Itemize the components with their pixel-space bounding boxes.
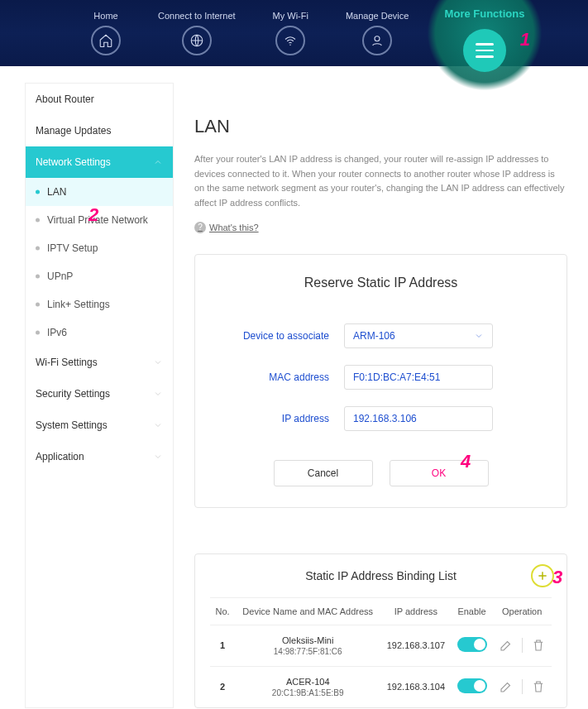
sidebar: About Router Manage Updates Network Sett… — [25, 83, 174, 708]
chevron-down-icon — [153, 357, 163, 367]
col-ip: IP address — [380, 597, 451, 625]
mac-label: MAC address — [220, 371, 344, 383]
cell-operation — [492, 666, 552, 707]
cell-ip: 192.168.3.107 — [380, 625, 451, 666]
whats-this-link[interactable]: ? What's this? — [194, 222, 259, 233]
sidebar-network-settings[interactable]: Network Settings — [26, 146, 173, 178]
col-no: No. — [210, 597, 235, 625]
annotation-4: 4 — [461, 451, 471, 472]
cancel-button[interactable]: Cancel — [274, 460, 373, 486]
sidebar-manage-updates[interactable]: Manage Updates — [26, 115, 173, 146]
cell-operation — [492, 625, 552, 666]
cell-enable — [452, 625, 493, 666]
sidebar-wifi-settings[interactable]: Wi-Fi Settings — [26, 347, 173, 378]
chevron-down-icon — [153, 420, 163, 430]
ip-input[interactable] — [344, 406, 493, 431]
col-operation: Operation — [492, 597, 552, 625]
nav-label: My Wi-Fi — [273, 11, 308, 21]
device-label: Device to associate — [220, 330, 344, 342]
edit-icon[interactable] — [499, 679, 514, 694]
reserve-title: Reserve Static IP Address — [220, 275, 542, 290]
cell-device: ACER-10420:C1:9B:A1:5E:B9 — [235, 666, 380, 707]
mac-input[interactable] — [344, 365, 493, 390]
sidebar-application[interactable]: Application — [26, 441, 173, 472]
cell-ip: 192.168.3.104 — [380, 666, 451, 707]
edit-icon[interactable] — [499, 638, 514, 653]
enable-toggle[interactable] — [457, 678, 487, 693]
annotation-1: 1 — [520, 29, 530, 50]
sidebar-security-settings[interactable]: Security Settings — [26, 378, 173, 410]
page-description: After your router's LAN IP address is ch… — [194, 152, 567, 210]
cell-no: 1 — [210, 625, 235, 666]
plus-icon — [537, 570, 548, 582]
more-functions-button[interactable] — [463, 29, 506, 72]
chevron-up-icon — [153, 157, 163, 167]
nav-device[interactable]: Manage Device — [346, 11, 409, 55]
cell-device: Oleksiis-Mini14:98:77:5F:81:C6 — [235, 625, 380, 666]
nav-home[interactable]: Home — [91, 11, 121, 55]
wifi-icon — [275, 26, 305, 55]
binding-table: No. Device Name and MAC Address IP addre… — [210, 597, 552, 707]
delete-icon[interactable] — [531, 638, 546, 653]
binding-title: Static IP Address Binding List — [210, 569, 552, 582]
ok-button[interactable]: OK — [390, 460, 489, 486]
chevron-down-icon — [474, 331, 484, 341]
col-device: Device Name and MAC Address — [235, 597, 380, 625]
table-row: 1Oleksiis-Mini14:98:77:5F:81:C6192.168.3… — [210, 625, 552, 666]
sidebar-system-settings[interactable]: System Settings — [26, 410, 173, 441]
col-enable: Enable — [452, 597, 493, 625]
chevron-down-icon — [153, 452, 163, 462]
device-select[interactable]: ARM-106 — [344, 323, 493, 348]
nav-label: Home — [93, 11, 117, 21]
hamburger-icon — [476, 43, 494, 58]
svg-point-2 — [375, 36, 380, 41]
binding-list-card: Static IP Address Binding List No. Devic… — [194, 553, 567, 708]
user-icon — [362, 26, 392, 55]
table-row: 2ACER-10420:C1:9B:A1:5E:B9192.168.3.104 — [210, 666, 552, 707]
top-nav: Home Connect to Internet My Wi-Fi Manage… — [0, 0, 588, 66]
annotation-3: 3 — [552, 567, 562, 588]
page-title: LAN — [194, 116, 567, 137]
svg-point-1 — [290, 45, 292, 46]
sidebar-item-upnp[interactable]: UPnP — [26, 262, 173, 290]
ip-label: IP address — [220, 413, 344, 424]
main: About Router Manage Updates Network Sett… — [0, 66, 588, 708]
cell-no: 2 — [210, 666, 235, 707]
content: LAN After your router's LAN IP address i… — [174, 83, 567, 708]
help-icon: ? — [194, 222, 206, 233]
sidebar-item-iptv[interactable]: IPTV Setup — [26, 234, 173, 262]
enable-toggle[interactable] — [457, 637, 487, 652]
reserve-static-ip-card: Reserve Static IP Address Device to asso… — [194, 254, 567, 508]
home-icon — [91, 26, 121, 55]
cell-enable — [452, 666, 493, 707]
delete-icon[interactable] — [531, 679, 546, 694]
add-binding-button[interactable] — [531, 564, 554, 587]
nav-connect[interactable]: Connect to Internet — [158, 11, 236, 55]
sidebar-item-lan[interactable]: LAN — [26, 178, 173, 206]
sidebar-item-linkplus[interactable]: Link+ Settings — [26, 290, 173, 319]
nav-label: Connect to Internet — [158, 11, 236, 21]
nav-label: Manage Device — [346, 11, 409, 21]
nav-wifi[interactable]: My Wi-Fi — [273, 11, 308, 55]
sidebar-item-ipv6[interactable]: IPv6 — [26, 319, 173, 347]
sidebar-item-vpn[interactable]: Virtual Private Network — [26, 206, 173, 234]
more-label: More Functions — [445, 7, 525, 20]
globe-icon — [182, 26, 212, 55]
sidebar-about-router[interactable]: About Router — [26, 84, 173, 115]
chevron-down-icon — [153, 389, 163, 399]
annotation-2: 2 — [88, 204, 98, 226]
